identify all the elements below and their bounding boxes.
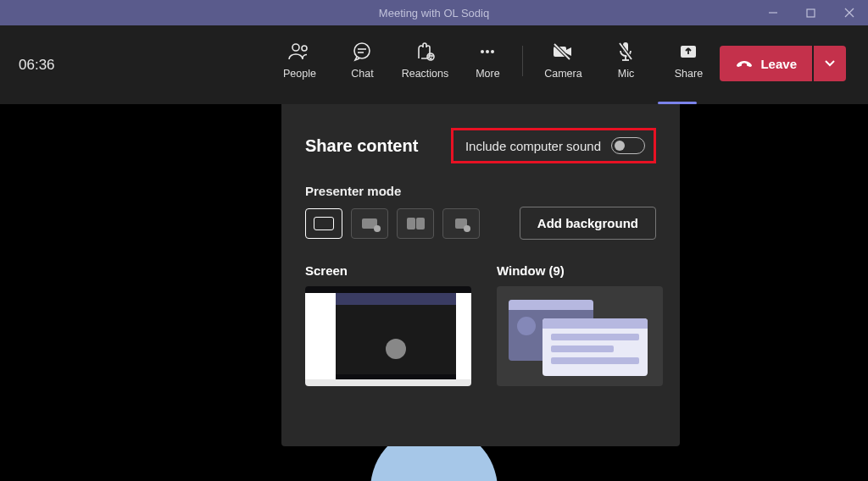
meeting-toolbar: 06:36 People Chat <box>0 25 868 104</box>
leave-dropdown[interactable] <box>814 46 846 81</box>
chat-label: Chat <box>351 68 373 80</box>
mic-label: Mic <box>618 68 634 80</box>
window-title: Meeting with OL Sodiq <box>379 7 489 19</box>
meeting-duration: 06:36 <box>19 57 55 74</box>
titlebar: Meeting with OL Sodiq <box>0 0 868 25</box>
share-icon <box>678 41 698 63</box>
more-icon <box>477 41 498 63</box>
window-label: Window (9) <box>497 263 663 278</box>
svg-point-14 <box>491 50 494 53</box>
share-button[interactable]: Share <box>657 41 720 80</box>
more-button[interactable]: More <box>456 41 519 80</box>
add-background-button[interactable]: Add background <box>520 207 656 240</box>
presenter-mode-reporter[interactable] <box>442 208 480 239</box>
minimize-button[interactable] <box>754 0 792 25</box>
leave-button[interactable]: Leave <box>720 46 812 81</box>
svg-rect-1 <box>807 9 815 17</box>
chat-button[interactable]: Chat <box>331 41 393 80</box>
share-window-section: Window (9) <box>497 263 663 386</box>
mode-icon <box>362 218 377 229</box>
people-icon <box>287 41 311 63</box>
svg-point-12 <box>481 50 484 53</box>
presenter-mode-row: Add background <box>305 207 656 240</box>
toolbar-buttons: People Chat Reactions <box>268 25 846 104</box>
close-button[interactable] <box>830 0 868 25</box>
include-sound-label: Include computer sound <box>465 139 601 153</box>
screen-label: Screen <box>305 263 471 278</box>
people-label: People <box>283 68 316 80</box>
svg-point-13 <box>486 50 489 53</box>
camera-off-icon <box>551 41 575 63</box>
svg-point-6 <box>354 43 370 58</box>
presenter-mode-standout[interactable] <box>351 208 388 239</box>
presenter-mode-content-only[interactable] <box>305 208 342 239</box>
maximize-button[interactable] <box>792 0 830 25</box>
camera-label: Camera <box>544 68 581 80</box>
window-thumbnail[interactable] <box>497 286 663 386</box>
toggle-knob <box>615 141 625 151</box>
reactions-label: Reactions <box>402 68 449 80</box>
hangup-icon <box>735 58 754 69</box>
include-sound-toggle[interactable] <box>611 137 645 154</box>
window-controls <box>754 0 868 25</box>
leave-button-group: Leave <box>720 46 846 81</box>
screen-thumbnail[interactable] <box>305 286 471 386</box>
share-screen-section: Screen <box>305 263 471 386</box>
toolbar-divider <box>522 46 523 76</box>
svg-point-5 <box>302 46 307 51</box>
leave-label: Leave <box>760 57 797 71</box>
mode-icon <box>455 218 467 229</box>
mic-button[interactable]: Mic <box>594 41 657 80</box>
presenter-mode-label: Presenter mode <box>305 184 656 198</box>
reactions-button[interactable]: Reactions <box>393 41 456 80</box>
chevron-down-icon <box>824 59 836 68</box>
include-sound-highlight: Include computer sound <box>451 128 656 163</box>
people-button[interactable]: People <box>268 41 331 80</box>
share-content-panel: Share content Include computer sound Pre… <box>281 104 680 446</box>
mic-off-icon <box>615 41 636 63</box>
svg-point-10 <box>429 55 430 56</box>
reactions-icon <box>414 41 436 63</box>
mode-icon <box>314 217 334 230</box>
chat-icon <box>351 41 373 63</box>
share-label: Share <box>675 68 703 80</box>
share-panel-title: Share content <box>305 136 418 156</box>
more-label: More <box>476 68 499 80</box>
camera-button[interactable]: Camera <box>531 41 594 80</box>
svg-point-11 <box>431 55 432 56</box>
svg-point-4 <box>292 44 299 51</box>
share-options: Screen Window (9) <box>305 263 656 386</box>
presenter-mode-side-by-side[interactable] <box>397 208 434 239</box>
mode-icon <box>407 218 425 229</box>
